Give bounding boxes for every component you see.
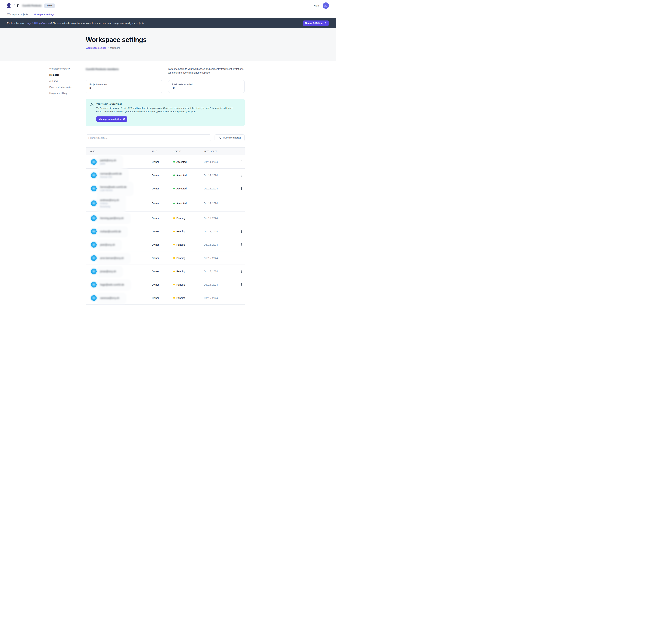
help-link[interactable]: Help xyxy=(314,4,319,7)
member-role: Owner xyxy=(152,161,173,163)
col-status: STATUS xyxy=(173,150,204,153)
status-dot-icon xyxy=(173,203,175,204)
member-name-cell: pi piotr@srcy.sh xyxy=(90,242,152,248)
member-email: andreas@srcy.sh xyxy=(100,199,119,202)
card-value: 3 xyxy=(90,87,159,89)
user-avatar[interactable]: AB xyxy=(323,2,329,9)
member-status: Accepted xyxy=(173,187,204,190)
chevron-down-icon[interactable] xyxy=(57,4,60,7)
app-logo-icon[interactable] xyxy=(7,3,11,8)
sidebar-item[interactable]: Usage and billing xyxy=(49,92,86,95)
member-date-added: Oct 15, 2024 xyxy=(204,257,239,259)
banner-text-suffix: ! Discover a fresh, insightful way to ex… xyxy=(51,22,145,24)
arrow-right-icon xyxy=(324,22,327,24)
member-role: Owner xyxy=(152,202,173,205)
member-role: Owner xyxy=(152,217,173,219)
sidebar-item[interactable]: API keys xyxy=(49,79,86,83)
section-description: Invite members to your workspace and eff… xyxy=(168,67,245,75)
banner-text-prefix: Explore the new xyxy=(7,22,25,24)
sidebar-item[interactable]: Workspace overview xyxy=(49,67,86,70)
manage-subscription-button[interactable]: Manage subscription xyxy=(96,116,127,122)
row-menu-button[interactable] xyxy=(240,229,243,234)
row-menu-button[interactable] xyxy=(240,282,243,287)
member-status: Accepted xyxy=(173,202,204,205)
banner-link[interactable]: Usage & Billing Overview xyxy=(25,22,51,24)
status-dot-icon xyxy=(173,161,175,163)
workspace-name[interactable]: Cure53 Pentests xyxy=(22,4,42,7)
member-name-cell: pa patrik@srcy.sh patrik xyxy=(90,158,152,166)
row-menu-button[interactable] xyxy=(240,296,243,300)
status-dot-icon xyxy=(173,284,175,285)
avatar: ar xyxy=(91,255,97,261)
table-row: he henning.pari@srcy.sh Owner Pending Oc… xyxy=(86,211,245,225)
member-email: mohan@cure53.de xyxy=(100,230,121,233)
member-role: Owner xyxy=(152,187,173,190)
top-header: / Cure53 Pentests Growth Help AB Workspa… xyxy=(0,0,336,18)
member-status: Accepted xyxy=(173,174,204,177)
status-dot-icon xyxy=(173,271,175,272)
member-status: Pending xyxy=(173,270,204,273)
total-seats-card: Total seats included 20 xyxy=(168,80,245,93)
row-menu-button[interactable] xyxy=(240,242,243,247)
invite-members-button[interactable]: Invite member(s) xyxy=(215,135,245,141)
row-menu-button[interactable] xyxy=(240,186,243,191)
breadcrumb-current: Members xyxy=(110,47,120,49)
member-date-added: Oct 14, 2024 xyxy=(204,174,239,177)
member-status: Pending xyxy=(173,257,204,259)
sidebar-item[interactable]: Plans and subscription xyxy=(49,86,86,89)
table-row: ar arne.loenser@srcy.sh Owner Pending Oc… xyxy=(86,252,245,265)
member-name-cell: jo jonas@srcy.sh xyxy=(90,268,152,274)
member-status: Pending xyxy=(173,283,204,286)
member-name-cell: he henning.pari@srcy.sh xyxy=(90,215,152,221)
col-role: ROLE xyxy=(152,150,173,153)
avatar: he xyxy=(91,215,97,221)
member-secondary-label: patrik xyxy=(100,162,116,165)
content: Workspace overviewMembersAPI keysPlans a… xyxy=(0,61,336,305)
table-row: pa patrik@srcy.sh patrik Owner Accepted … xyxy=(86,155,245,169)
invite-members-label: Invite member(s) xyxy=(223,137,241,139)
row-menu-button[interactable] xyxy=(240,160,243,164)
row-menu-button[interactable] xyxy=(240,256,243,260)
row-menu-button[interactable] xyxy=(240,269,243,274)
avatar: mo xyxy=(91,229,97,234)
status-dot-icon xyxy=(173,231,175,232)
member-status: Pending xyxy=(173,217,204,219)
member-secondary-label: Norman C53 xyxy=(100,176,122,178)
member-secondary-label: Buckolzeig xyxy=(100,205,119,208)
filter-input[interactable] xyxy=(86,135,211,141)
card-label: Total seats included xyxy=(172,83,241,86)
page-title: Workspace settings xyxy=(86,36,336,44)
member-role: Owner xyxy=(152,257,173,259)
col-date-added: DATE ADDED xyxy=(204,150,239,153)
member-role: Owner xyxy=(152,243,173,246)
status-dot-icon xyxy=(173,217,175,219)
member-status: Accepted xyxy=(173,161,204,163)
breadcrumb-link[interactable]: Workspace settings xyxy=(86,47,106,49)
usage-billing-button[interactable]: Usage & Billing xyxy=(303,21,329,26)
member-email: herrera@web.cure53.de xyxy=(100,186,126,188)
table-row: he herrera@web.cure53.de Luah Herrera Ow… xyxy=(86,182,245,195)
avatar: pa xyxy=(91,159,97,165)
table-body: pa patrik@srcy.sh patrik Owner Accepted … xyxy=(86,155,245,305)
user-plus-icon xyxy=(218,136,221,139)
banner-text: Explore the new Usage & Billing Overview… xyxy=(7,22,145,24)
plan-badge: Growth xyxy=(44,3,55,8)
member-date-added: Oct 15, 2024 xyxy=(204,270,239,273)
status-dot-icon xyxy=(173,188,175,189)
row-menu-button[interactable] xyxy=(240,216,243,220)
team-growing-alert: Your Team is Growing! You're currently u… xyxy=(86,99,245,126)
page: / Cure53 Pentests Growth Help AB Workspa… xyxy=(0,0,336,316)
avatar: pi xyxy=(91,242,97,248)
header-tab[interactable]: Workspace settings xyxy=(33,13,55,18)
header-tab[interactable]: Workspace projects xyxy=(7,13,28,18)
sidebar-item[interactable]: Members xyxy=(49,73,86,76)
avatar: jo xyxy=(91,268,97,274)
member-date-added: Oct 14, 2024 xyxy=(204,202,239,205)
row-menu-button[interactable] xyxy=(240,173,243,178)
members-section: Cure53 Pentests members Invite members t… xyxy=(86,67,245,305)
member-name-cell: an andreas@srcy.sh AndreasBuckolzeig xyxy=(90,198,152,209)
member-email: jonas@srcy.sh xyxy=(100,270,116,273)
usage-billing-button-label: Usage & Billing xyxy=(305,22,322,24)
member-role: Owner xyxy=(152,174,173,177)
alert-body: You're currently using 12 out of 20 addi… xyxy=(96,107,240,114)
